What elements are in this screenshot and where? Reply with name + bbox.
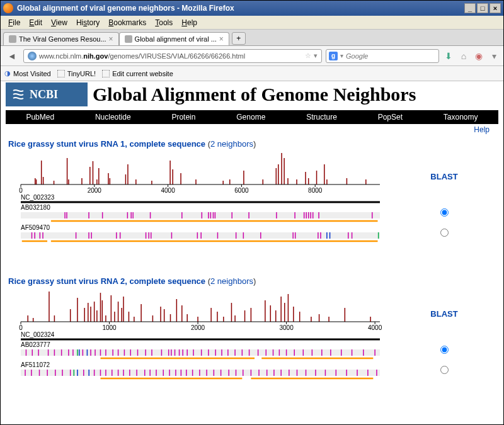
neighbor-radio[interactable] [440, 208, 449, 217]
menu-bar: File Edit View History Bookmarks Tools H… [1, 16, 503, 30]
neighbor-radio[interactable] [440, 229, 449, 237]
back-button[interactable]: ◄ [4, 48, 20, 64]
bookmark-star-icon[interactable]: ☆ [305, 52, 311, 60]
svg-text:NC_002323: NC_002323 [21, 194, 55, 201]
svg-text:4000: 4000 [368, 324, 382, 331]
svg-text:0: 0 [19, 187, 23, 194]
site-identity-icon[interactable] [28, 52, 37, 60]
nav-genome[interactable]: Genome [236, 113, 265, 122]
window-title: Global alignment of viral genome neighbo… [17, 4, 464, 13]
neighbor-track[interactable]: AF511072 [8, 361, 386, 381]
tab-item[interactable]: The Viral Genomes Resou... × [3, 32, 119, 45]
tab-bar: The Viral Genomes Resou... × Global alig… [1, 30, 503, 46]
histogram-axis[interactable]: 02000400060008000NC_002323 [8, 150, 386, 203]
page-content[interactable]: NCBI Global Alignment of Genome Neighbor… [1, 81, 503, 425]
svg-text:AF511072: AF511072 [21, 361, 50, 368]
tab-label: Global alignment of viral ... [135, 35, 217, 43]
svg-rect-83 [21, 232, 380, 239]
url-pre: www.ncbi.nlm. [39, 52, 83, 60]
page-title: Global Alignment of Genome Neighbors [93, 84, 416, 105]
nav-pubmed[interactable]: PubMed [26, 113, 54, 122]
svg-text:AB032180: AB032180 [21, 204, 50, 211]
neighbor-track[interactable]: AF509470 [8, 224, 386, 244]
addon-icon-2[interactable]: ▾ [488, 50, 500, 62]
bookmarks-toolbar: ◑Most Visited TinyURL! Edit current webs… [1, 66, 503, 81]
search-dropdown-icon[interactable]: ▾ [340, 52, 343, 59]
svg-text:NC_002324: NC_002324 [21, 331, 55, 338]
home-icon[interactable]: ⌂ [458, 50, 469, 62]
bookmark-tinyurl[interactable]: TinyURL! [57, 70, 96, 77]
svg-text:8000: 8000 [308, 187, 323, 194]
bookmark-icon [57, 70, 65, 77]
neighbor-radio[interactable] [440, 346, 449, 354]
url-dropdown-icon[interactable]: ▾ [314, 52, 318, 60]
menu-edit[interactable]: Edit [25, 17, 46, 28]
url-host: nih.gov [83, 52, 108, 60]
close-button[interactable]: × [490, 3, 501, 13]
navigation-toolbar: ◄ www.ncbi.nlm.nih.gov/genomes/VIRUSES/V… [1, 46, 503, 66]
ncbi-swirl-icon [11, 87, 26, 102]
svg-text:1000: 1000 [102, 324, 117, 331]
tab-favicon [9, 35, 16, 43]
tab-close-icon[interactable]: × [219, 35, 224, 43]
svg-text:2000: 2000 [191, 324, 205, 331]
svg-rect-180 [21, 349, 380, 356]
nav-nucleotide[interactable]: Nucleotide [95, 113, 131, 122]
tab-favicon [125, 35, 132, 43]
blast-link[interactable]: BLAST [430, 309, 457, 319]
svg-rect-237 [21, 370, 380, 376]
nav-popset[interactable]: PopSet [378, 113, 403, 122]
menu-tools[interactable]: Tools [151, 17, 176, 28]
sequence-title-link[interactable]: Rice grassy stunt virus RNA 2, complete … [8, 276, 205, 286]
firefox-icon [3, 3, 13, 13]
neighbors-link[interactable]: 2 neighbors [210, 276, 253, 286]
menu-history[interactable]: History [72, 17, 103, 28]
downloads-icon[interactable]: ⬇ [443, 50, 454, 62]
tab-item[interactable]: Global alignment of viral ... × [119, 32, 229, 45]
maximize-button[interactable]: □ [477, 3, 488, 13]
new-tab-button[interactable]: + [232, 32, 246, 45]
ncbi-nav-bar: PubMed Nucleotide Protein Genome Structu… [6, 110, 498, 124]
url-path: /genomes/VIRUSES/VIAL/66266/66266.html [108, 52, 245, 60]
svg-text:6000: 6000 [234, 187, 249, 194]
neighbor-track[interactable]: AB032180 [8, 203, 386, 224]
nav-protein[interactable]: Protein [171, 113, 195, 122]
svg-text:2000: 2000 [88, 187, 102, 194]
ncbi-text: NCBI [30, 88, 58, 101]
svg-text:3000: 3000 [279, 324, 294, 331]
histogram-axis[interactable]: 01000200030004000NC_002324 [8, 287, 386, 341]
addon-icon[interactable]: ◉ [473, 50, 484, 62]
blast-link[interactable]: BLAST [430, 172, 457, 181]
window-titlebar: Global alignment of viral genome neighbo… [1, 1, 503, 16]
menu-view[interactable]: View [47, 17, 71, 28]
tab-close-icon[interactable]: × [109, 35, 113, 43]
nav-structure[interactable]: Structure [306, 113, 337, 122]
svg-text:AF509470: AF509470 [21, 224, 50, 231]
bookmark-most-visited[interactable]: ◑Most Visited [4, 69, 51, 77]
neighbors-link[interactable]: 2 neighbors [210, 139, 253, 149]
svg-text:4000: 4000 [161, 187, 175, 194]
nav-taxonomy[interactable]: Taxonomy [444, 113, 478, 122]
sequence-title: Rice grassy stunt virus RNA 2, complete … [8, 276, 496, 286]
ncbi-logo[interactable]: NCBI [6, 82, 88, 106]
menu-bookmarks[interactable]: Bookmarks [105, 17, 150, 28]
alignment-block: Rice grassy stunt virus RNA 2, complete … [1, 273, 503, 385]
bookmark-edit-website[interactable]: Edit current website [102, 70, 173, 77]
menu-help[interactable]: Help [178, 17, 201, 28]
search-bar[interactable]: g ▾ [326, 49, 439, 63]
sequence-title-link[interactable]: Rice grassy stunt virus RNA 1, complete … [8, 139, 205, 149]
url-bar[interactable]: www.ncbi.nlm.nih.gov/genomes/VIRUSES/VIA… [23, 49, 322, 63]
help-link[interactable]: Help [474, 125, 490, 134]
bookmark-icon [102, 70, 110, 77]
tab-label: The Viral Genomes Resou... [19, 35, 106, 43]
minimize-button[interactable]: _ [464, 3, 476, 13]
search-input[interactable] [346, 52, 436, 60]
neighbor-track[interactable]: AB023777 [8, 341, 386, 361]
sequence-title: Rice grassy stunt virus RNA 1, complete … [8, 139, 496, 149]
svg-text:AB023777: AB023777 [21, 341, 50, 348]
alignment-block: Rice grassy stunt virus RNA 1, complete … [1, 135, 503, 247]
menu-file[interactable]: File [4, 17, 24, 28]
google-icon[interactable]: g [329, 52, 338, 60]
neighbor-radio[interactable] [440, 366, 449, 374]
svg-rect-55 [21, 212, 380, 218]
